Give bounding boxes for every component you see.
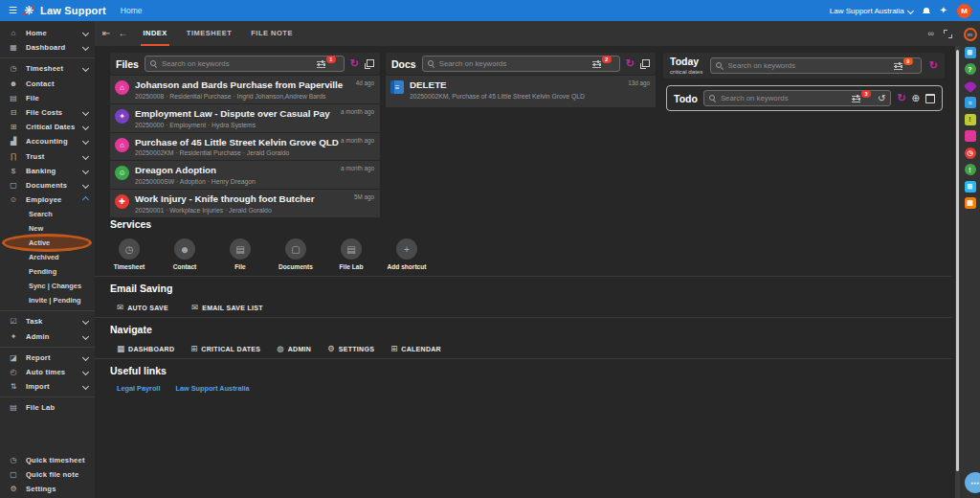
tab-file-note[interactable]: FILE NOTE [249, 21, 295, 46]
chat-fab-button[interactable]: ⋯ [965, 472, 980, 493]
sidebar-item-quick-file-note[interactable]: ▢Quick file note [0, 467, 95, 482]
today-search-input[interactable] [727, 61, 889, 70]
link-law-support-australia[interactable]: Law Support Australia [175, 384, 249, 393]
docs-search-input[interactable] [439, 59, 589, 68]
service-file-lab[interactable]: ▤File Lab [332, 238, 370, 270]
sidebar-item-timesheet[interactable]: ◷Timesheet [0, 61, 95, 76]
today-search[interactable]: 9 [710, 57, 921, 74]
service-file[interactable]: ▤File [221, 238, 259, 270]
sidebar-item-admin[interactable]: ✦Admin [0, 328, 95, 343]
tag-icon[interactable] [963, 79, 976, 92]
sidebar-item-home[interactable]: ⌂Home [0, 26, 95, 40]
calendar-light-icon[interactable]: ⊞ [965, 181, 976, 192]
alert-icon[interactable]: ! [965, 164, 976, 175]
sidebar-subitem-sync-changes[interactable]: Sync | Changes [0, 279, 95, 293]
user-avatar[interactable]: M [957, 4, 971, 18]
region-selector[interactable]: Law Support Australia [830, 7, 913, 15]
profile-icon[interactable]: m [964, 28, 977, 41]
sidebar-item-task[interactable]: ☑Task [0, 314, 95, 328]
open-in-new-icon[interactable] [365, 59, 374, 69]
calendar-blue-icon[interactable]: ⊞ [965, 47, 976, 58]
sidebar-subitem-new[interactable]: New [0, 221, 95, 236]
sidebar-item-auto-times[interactable]: ◴Auto times [0, 365, 95, 379]
dashboard-button[interactable]: ▦DASHBOARD [117, 345, 174, 353]
sidebar-item-banking[interactable]: $Banking [0, 164, 95, 178]
work-orange-icon[interactable]: ▤ [965, 197, 976, 209]
add-todo-icon[interactable]: ⊕ [912, 94, 920, 103]
notes-icon[interactable]: ≡ [965, 97, 976, 108]
file-row[interactable]: ✚Work Injury - Knife through foot Butche… [110, 190, 380, 217]
calendar-icon[interactable] [925, 94, 935, 103]
sidebar-item-import[interactable]: ⇅Import [0, 379, 95, 394]
sidebar-item-documents[interactable]: ▢Documents [0, 178, 95, 192]
sidebar-subitem-search[interactable]: Search [0, 207, 95, 221]
calendar-button[interactable]: ⊞CALENDAR [390, 345, 441, 353]
email-save-list-button[interactable]: ✉EMAIL SAVE LIST [191, 304, 263, 312]
service-timesheet[interactable]: ◷Timesheet [110, 238, 148, 270]
filter-icon[interactable] [894, 62, 902, 70]
chat-icon[interactable] [965, 130, 976, 142]
service-add-shortcut[interactable]: +Add shortcut [388, 238, 426, 270]
notifications-bell-icon[interactable] [923, 7, 930, 15]
sidebar-item-report[interactable]: ◪Report [0, 351, 95, 365]
filter-icon[interactable] [852, 95, 860, 102]
scrollbar-thumb[interactable] [956, 50, 959, 471]
file-row[interactable]: ⌂Johanson and Bards Purchase from Paperv… [110, 76, 380, 103]
back-arrow-icon[interactable]: ← [118, 29, 127, 38]
sidebar-item-quick-timesheet[interactable]: ◷Quick timesheet [0, 452, 95, 466]
filter-icon[interactable] [592, 60, 601, 68]
chat-alert-icon[interactable]: ! [965, 114, 976, 125]
sidebar-item-file-costs[interactable]: ⊟File Costs [0, 105, 95, 120]
brightness-icon[interactable]: ✦ [940, 6, 947, 15]
collapse-first-icon[interactable]: ⇤ [102, 29, 110, 38]
settings-button[interactable]: ⚙SETTINGS [327, 345, 374, 353]
history-icon[interactable]: ↺ [878, 94, 885, 103]
files-search-input[interactable] [162, 59, 313, 68]
file-row[interactable]: ☺Dreagon Adoption20250000SW · Adoption ·… [110, 161, 380, 189]
file-row[interactable]: ⌂Purchase of 45 Little Street Kelvin Gro… [110, 133, 380, 161]
chart-icon: ▟ [9, 137, 18, 146]
hamburger-menu-icon[interactable]: ☰ [9, 6, 17, 15]
open-in-new-icon[interactable] [640, 59, 650, 69]
link-icon[interactable]: ∞ [928, 30, 934, 38]
refresh-icon[interactable]: ↻ [897, 93, 905, 103]
file-time: 5M ago [354, 193, 374, 200]
sidebar-item-trust[interactable]: ∏Trust [0, 149, 95, 164]
docs-search[interactable]: 2 [422, 56, 620, 72]
search-icon [150, 60, 158, 68]
sidebar-subitem-active[interactable]: Active [0, 236, 95, 250]
sidebar-subitem-label: Archived [29, 253, 59, 261]
tab-index[interactable]: INDEX [141, 21, 168, 46]
critical-dates-button[interactable]: ⊞CRITICAL DATES [190, 345, 260, 353]
sidebar-item-employee[interactable]: ☺Employee [0, 192, 95, 207]
service-documents[interactable]: ▢Documents [277, 238, 315, 270]
link-legal-payroll[interactable]: Legal Payroll [117, 384, 160, 393]
auto-save-button[interactable]: ✉AUTO SAVE [117, 304, 168, 312]
todo-search-input[interactable] [721, 94, 848, 102]
admin-button[interactable]: ◍ADMIN [277, 345, 311, 353]
file-row[interactable]: ✦Employment Law - Dispute over Casual Pa… [110, 104, 380, 132]
sidebar-item-settings[interactable]: ⚙Settings [0, 482, 95, 496]
sidebar-item-dashboard[interactable]: ▦Dashboard [0, 40, 95, 55]
help-icon[interactable]: ? [965, 63, 976, 75]
refresh-icon[interactable]: ↻ [350, 58, 359, 69]
files-search[interactable]: 1 [145, 56, 345, 72]
doc-row[interactable]: ≡DELETE20250002KM, Purchase of 45 Little… [386, 76, 656, 107]
service-contact[interactable]: ☻Contact [166, 238, 204, 270]
sidebar-subitem-pending[interactable]: Pending [0, 264, 95, 279]
sidebar-item-file-lab[interactable]: ▤File Lab [0, 400, 95, 415]
sidebar-subitem-invite-pending[interactable]: Invite | Pending [0, 293, 95, 307]
sidebar-item-accounting[interactable]: ▟Accounting [0, 134, 95, 148]
sidebar-item-critical-dates[interactable]: ⊞Critical Dates [0, 120, 95, 134]
fullscreen-icon[interactable] [944, 30, 952, 38]
sidebar-subitem-archived[interactable]: Archived [0, 250, 95, 264]
navigate-section: Navigate ▦DASHBOARD⊞CRITICAL DATES◍ADMIN… [110, 324, 941, 353]
refresh-icon[interactable]: ↻ [626, 58, 635, 69]
recent-clock-icon[interactable]: ◷ [965, 147, 976, 159]
refresh-icon[interactable]: ↻ [929, 60, 938, 71]
tab-timesheet[interactable]: TIMESHEET [185, 21, 234, 46]
todo-search[interactable]: 3 ↺ [703, 90, 892, 106]
sidebar-item-file[interactable]: ▤File [0, 91, 95, 105]
sidebar-item-contact[interactable]: ☻Contact [0, 77, 95, 91]
filter-icon[interactable] [317, 60, 325, 68]
